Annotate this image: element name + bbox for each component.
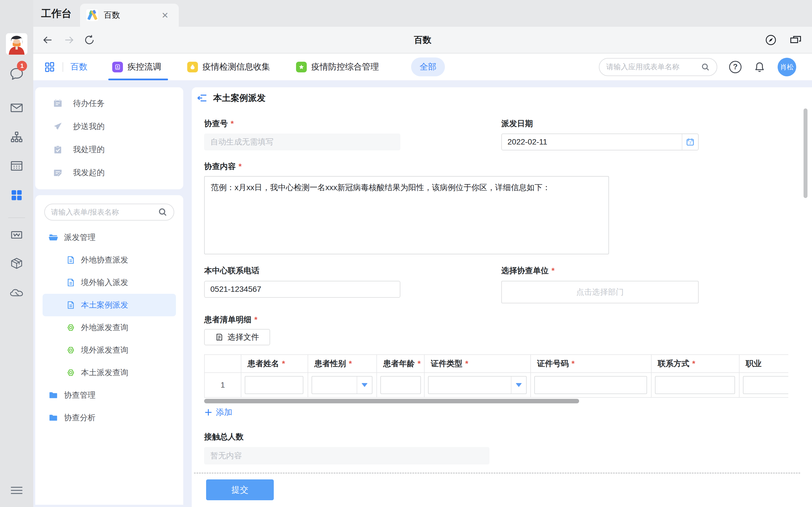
rail-menu-icon[interactable]: [10, 486, 23, 495]
navbar-user-avatar[interactable]: 肖松: [777, 58, 796, 76]
form-search-input[interactable]: [51, 208, 158, 217]
choose-file-button[interactable]: 选择文件: [204, 329, 270, 345]
tree-folder-paifa[interactable]: 派发管理: [35, 226, 183, 249]
todo-calendar-icon: [53, 98, 63, 108]
cell-idnumber: [531, 373, 652, 398]
field-label-xiechaneirong: 协查内容*: [204, 161, 242, 172]
search-icon[interactable]: [701, 62, 710, 71]
form-search[interactable]: [44, 204, 174, 221]
tree-node-label: 境外派发查询: [81, 345, 128, 355]
plus-icon: [204, 408, 213, 416]
cell-name: [241, 373, 308, 398]
field-label-mingxi: 患者清单明细*: [204, 314, 257, 325]
workbench-icon[interactable]: [10, 188, 24, 202]
tree-node-label: 协查分析: [64, 412, 96, 423]
navbar-all-pill[interactable]: 全部: [411, 57, 445, 76]
chevron-down-icon: [361, 383, 368, 387]
id-type-input[interactable]: [428, 377, 511, 393]
tree-item-waidi-xiecha[interactable]: 外地协查派发: [35, 249, 183, 271]
phone-input[interactable]: [204, 281, 400, 298]
gender-dropdown-button[interactable]: [357, 377, 372, 393]
explore-compass-icon[interactable]: [765, 34, 777, 46]
org-chart-icon[interactable]: [10, 130, 24, 144]
form-doc-icon: [66, 256, 75, 265]
calendar-icon[interactable]: [10, 159, 24, 173]
rail-divider: [8, 217, 25, 218]
search-icon[interactable]: [158, 207, 167, 217]
navbar-tab-fangkong[interactable]: 疫情防控综合管理: [296, 54, 379, 80]
dispatch-date-input[interactable]: [502, 137, 682, 147]
tree-folder-xiecha-guanli[interactable]: 协查管理: [35, 384, 183, 406]
chat-unread-badge: 1: [17, 61, 27, 71]
col-rownum-header: [205, 355, 241, 373]
patient-table: 患者姓名* 患者性别* 患者年龄* 证件类型* 证件号码*: [204, 354, 788, 398]
patient-gender-input[interactable]: [312, 377, 357, 393]
scrollbar-thumb[interactable]: [204, 399, 579, 403]
tree-item-bentu-chaxun[interactable]: 本土派发查询: [35, 361, 183, 384]
apps-grid-icon[interactable]: [44, 61, 55, 73]
user-avatar[interactable]: [6, 33, 28, 55]
notification-bell-icon[interactable]: [753, 61, 766, 73]
app-search-input[interactable]: [606, 62, 701, 71]
field-label-xiechahao: 协查号*: [204, 118, 234, 129]
menu-item-label: 我发起的: [73, 167, 105, 178]
box-app-icon[interactable]: [10, 256, 24, 270]
note-edit-icon: [53, 168, 63, 178]
add-row-label: 添加: [216, 407, 232, 418]
cloud-call-icon[interactable]: [9, 286, 24, 301]
submit-button[interactable]: 提交: [206, 480, 274, 500]
navbar-tab-label: 疫情防控综合管理: [311, 61, 379, 73]
tree-item-bentu-anli-selected[interactable]: 本土案例派发: [43, 294, 176, 316]
folder-icon: [48, 413, 58, 423]
menu-item-initiated[interactable]: 我发起的: [35, 161, 183, 184]
page-vertical-scrollbar[interactable]: [804, 108, 808, 198]
tree-item-waidi-chaxun[interactable]: 外地派发查询: [35, 316, 183, 339]
navbar-tab-liudiao[interactable]: 疾控流调: [112, 54, 161, 80]
browser-toolbar: 百数: [33, 27, 812, 54]
dispatch-date-field[interactable]: 7: [501, 133, 699, 151]
workspace: 待办任务 抄送我的: [33, 80, 812, 507]
calendar-picker-icon[interactable]: 7: [682, 134, 698, 150]
tree-node-label: 派发管理: [64, 232, 96, 243]
add-row-button[interactable]: 添加: [204, 407, 232, 418]
patient-name-input[interactable]: [245, 377, 303, 393]
table-horizontal-scrollbar[interactable]: [204, 399, 788, 403]
occupation-input[interactable]: [744, 377, 788, 393]
docs-app-icon[interactable]: [10, 228, 24, 242]
xiechaneirong-textarea[interactable]: [204, 176, 609, 255]
tree-folder-xiecha-fenxi[interactable]: 协查分析: [35, 406, 183, 429]
app-tab-baishu[interactable]: 百数 ✕: [80, 4, 179, 27]
form-title: 本土案例派发: [213, 92, 266, 104]
mail-icon[interactable]: [10, 101, 24, 115]
navbar-tab-jiance[interactable]: 疫情检测信息收集: [187, 54, 270, 80]
patient-table-header: 患者姓名* 患者性别* 患者年龄* 证件类型* 证件号码*: [205, 355, 788, 373]
total-contacts-input[interactable]: [204, 447, 490, 464]
menu-item-label: 我处理的: [73, 144, 105, 155]
tree-item-jingwai-chaxun[interactable]: 境外派发查询: [35, 339, 183, 361]
help-icon[interactable]: ?: [729, 61, 742, 73]
menu-item-label: 待办任务: [73, 98, 105, 109]
contact-input[interactable]: [656, 377, 734, 393]
select-department-box[interactable]: 点击选择部门: [501, 281, 699, 303]
menu-item-processed[interactable]: 我处理的: [35, 138, 183, 161]
menu-item-todo[interactable]: 待办任务: [35, 92, 183, 115]
field-label-paifariqi: 派发日期: [501, 118, 536, 129]
tree-item-jingwai-shuru[interactable]: 境外输入派发: [35, 271, 183, 294]
multi-window-icon[interactable]: [790, 34, 802, 46]
detection-app-icon: [187, 62, 198, 72]
collapse-back-icon[interactable]: [197, 93, 207, 103]
menu-item-label: 抄送我的: [73, 121, 105, 132]
app-search[interactable]: [599, 58, 717, 76]
navbar-home-baishu[interactable]: 百数: [70, 61, 87, 73]
tab-close-icon[interactable]: ✕: [161, 10, 168, 20]
patient-age-input[interactable]: [381, 377, 420, 393]
cell-age: [377, 373, 424, 398]
idtype-dropdown-button[interactable]: [511, 377, 526, 393]
menu-item-cc[interactable]: 抄送我的: [35, 115, 183, 138]
id-number-input[interactable]: [535, 377, 647, 393]
cell-gender: [308, 373, 377, 398]
xiechahao-input[interactable]: [204, 133, 400, 151]
cell-contact: [652, 373, 740, 398]
management-app-icon: [296, 62, 307, 72]
tree-node-label: 外地派发查询: [81, 322, 128, 333]
